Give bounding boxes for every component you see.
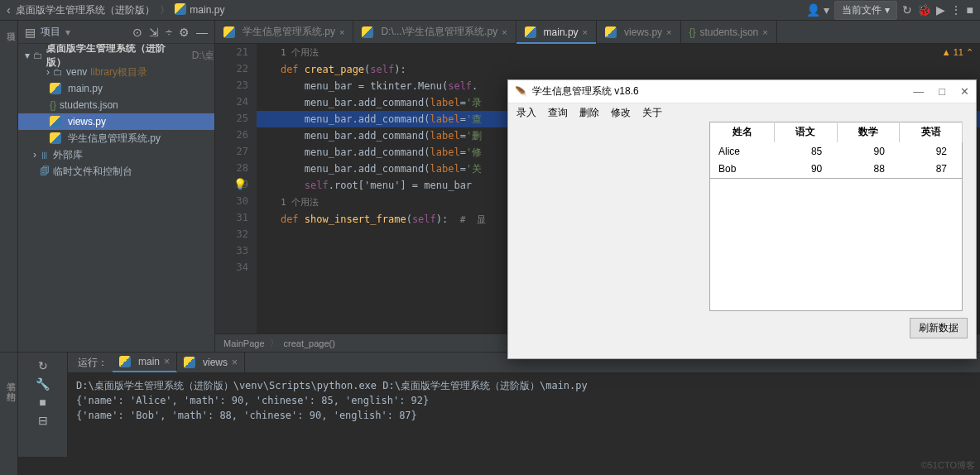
- editor-tab[interactable]: D:\...\学生信息管理系统.py×: [353, 21, 516, 43]
- run-config-dropdown[interactable]: 当前文件 ▾: [834, 1, 897, 20]
- play-icon[interactable]: ▶: [936, 3, 945, 17]
- project-tree[interactable]: ▾🗀 桌面版学生管理系统（进阶版） D:\桌 ›🗀venv library根目录…: [18, 44, 214, 352]
- tree-root[interactable]: ▾🗀 桌面版学生管理系统（进阶版） D:\桌: [18, 47, 214, 64]
- minimize-icon[interactable]: —: [913, 85, 924, 98]
- feather-icon: 🪶: [515, 86, 527, 98]
- editor-tab[interactable]: {}students.json×: [681, 21, 777, 43]
- tk-window: 🪶 学生信息管理系统 v18.6 — □ ✕ 录入查询删除修改关于 姓名语文数学…: [507, 79, 977, 359]
- collapse-icon[interactable]: ÷: [166, 26, 172, 39]
- tree-item[interactable]: 🗐临时文件和控制台: [18, 163, 214, 180]
- expand-icon[interactable]: ⇲: [149, 26, 159, 39]
- layout-icon[interactable]: ⊟: [38, 414, 48, 427]
- tk-menubar[interactable]: 录入查询删除修改关于: [508, 103, 976, 122]
- breadcrumb[interactable]: 桌面版学生管理系统（进阶版） 〉 main.py: [16, 3, 225, 17]
- tk-titlebar[interactable]: 🪶 学生信息管理系统 v18.6 — □ ✕: [508, 80, 976, 103]
- tree-item[interactable]: ›🗀venv library根目录: [18, 64, 214, 80]
- tk-table[interactable]: 姓名语文数学英语 Alice859092Bob908887: [709, 122, 963, 179]
- maximize-icon[interactable]: □: [939, 85, 945, 98]
- project-panel: ▤ 项目 ▾ ⊙ ⇲ ÷ ⚙ — ▾🗀 桌面版学生管理系统（进阶版） D:\桌 …: [18, 21, 215, 352]
- tk-th: 语文: [775, 122, 838, 142]
- refresh-button[interactable]: 刷新数据: [910, 318, 968, 338]
- tree-item[interactable]: ›⫼外部库: [18, 146, 214, 163]
- side-tab-project[interactable]: 项目: [0, 21, 18, 352]
- editor-tab[interactable]: 学生信息管理系统.py×: [215, 21, 353, 43]
- tk-menu-item[interactable]: 查询: [548, 106, 568, 120]
- stop-icon[interactable]: ■: [967, 3, 973, 17]
- tk-menu-item[interactable]: 录入: [516, 106, 536, 120]
- wrench-icon[interactable]: 🔧: [36, 377, 50, 391]
- run-icon[interactable]: ↻: [902, 3, 912, 17]
- tk-th: 数学: [837, 122, 900, 142]
- tree-item[interactable]: main.py: [18, 80, 214, 97]
- tk-th: 姓名: [710, 122, 775, 142]
- editor-tabs: 学生信息管理系统.py×D:\...\学生信息管理系统.py×main.py×v…: [215, 21, 980, 44]
- tk-th: 英语: [900, 122, 963, 142]
- tk-row[interactable]: Bob908887: [710, 161, 963, 179]
- user-icon[interactable]: 👤 ▾: [806, 3, 829, 17]
- project-view-icon[interactable]: ▤: [25, 26, 36, 39]
- run-toolbar: ↻ 🔧 ■ ⊟: [18, 353, 68, 457]
- run-panel: 书签 结构 ↻ 🔧 ■ ⊟ 运行： main×views× D:\桌面版学生管理…: [0, 352, 980, 457]
- tree-item[interactable]: 学生信息管理系统.py: [18, 130, 214, 146]
- watermark: ©51CTO博客: [921, 459, 975, 472]
- editor-tab[interactable]: views.py×: [597, 21, 680, 43]
- side-tab-bookmarks[interactable]: 书签 结构: [0, 370, 18, 475]
- tree-item[interactable]: {}students.json: [18, 97, 214, 113]
- close-icon[interactable]: ✕: [960, 85, 969, 98]
- run-label: 运行：: [73, 353, 113, 372]
- tk-menu-item[interactable]: 删除: [579, 106, 599, 120]
- hide-icon[interactable]: —: [196, 26, 208, 39]
- debug-icon[interactable]: 🐞: [917, 3, 931, 17]
- tk-menu-item[interactable]: 关于: [642, 106, 662, 120]
- tk-menu-item[interactable]: 修改: [611, 106, 631, 120]
- bulb-icon[interactable]: 💡: [233, 176, 247, 193]
- tree-item[interactable]: views.py: [18, 113, 214, 130]
- run-tab[interactable]: views×: [177, 353, 245, 372]
- target-icon[interactable]: ⊙: [132, 26, 142, 39]
- project-title: 项目: [41, 25, 60, 39]
- console-output[interactable]: D:\桌面版学生管理系统（进阶版）\venv\Scripts\python.ex…: [68, 373, 980, 428]
- back-icon[interactable]: ‹: [7, 3, 11, 17]
- stop-run-icon[interactable]: ■: [39, 396, 46, 409]
- editor-tab[interactable]: main.py×: [516, 21, 597, 43]
- tk-row[interactable]: Alice859092: [710, 142, 963, 161]
- gear-icon[interactable]: ⚙: [179, 26, 190, 39]
- python-icon: [175, 3, 186, 15]
- title-bar: ‹ 桌面版学生管理系统（进阶版） 〉 main.py 👤 ▾ 当前文件 ▾ ↻ …: [0, 0, 980, 21]
- rerun-icon[interactable]: ↻: [38, 359, 48, 372]
- run-tab[interactable]: main×: [113, 353, 177, 372]
- more-icon[interactable]: ⋮: [950, 3, 962, 17]
- tk-title-text: 学生信息管理系统 v18.6: [532, 84, 639, 98]
